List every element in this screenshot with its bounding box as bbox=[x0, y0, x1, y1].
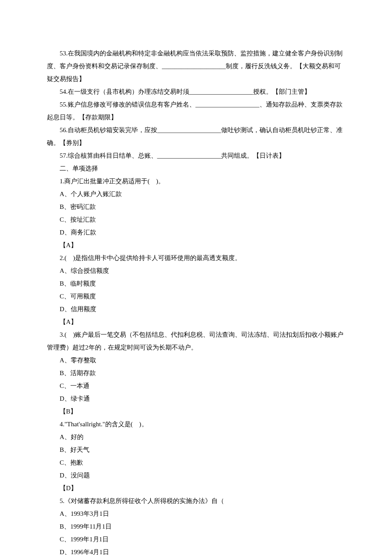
q2-opt-a: A、综合授信额度 bbox=[47, 264, 345, 277]
q5-opt-d: D、1996年4月1日 bbox=[47, 546, 345, 555]
q5-num: 5 bbox=[60, 497, 63, 504]
q4-opt-b: B、好天气 bbox=[47, 443, 345, 456]
fill-55: 55.账户信息修改可修改的错误信息有客户姓名、_________________… bbox=[47, 98, 345, 124]
q2-text: ( )是指信用卡中心提供给持卡人可循环使用的最高透支额度。 bbox=[64, 254, 241, 261]
q1-num: 1 bbox=[60, 178, 63, 185]
q4-opt-c: C、抱歉 bbox=[47, 456, 345, 469]
fill-56-num: 56 bbox=[60, 127, 66, 133]
q2-opt-b: B、临时额度 bbox=[47, 277, 345, 290]
q1-answer: 【A】 bbox=[47, 239, 345, 251]
q4-opt-a: A、好的 bbox=[47, 431, 345, 443]
q4-opt-d: D、没问题 bbox=[47, 469, 345, 482]
fill-53: 53.在我国境内的金融机构和特定非金融机构应当依法采取预防、监控措施，建立健全客… bbox=[47, 47, 345, 85]
q3-opt-a: A、零存整取 bbox=[47, 354, 345, 367]
q3-opt-d: D、绿卡通 bbox=[47, 392, 345, 405]
fill-55-text: 账户信息修改可修改的错误信息有客户姓名、____________________… bbox=[47, 101, 343, 121]
fill-54-text: 在一级支行（县市机构）办理冻结交易时须____________________授… bbox=[68, 88, 311, 95]
q2-num: 2 bbox=[60, 254, 63, 261]
fill-53-num: 53 bbox=[60, 50, 66, 57]
fill-56-text: 自动柜员机钞箱安装完毕，应按____________________做吐钞测试，… bbox=[47, 127, 343, 146]
fill-55-num: 55 bbox=[60, 101, 66, 108]
q1-opt-d: D、商务汇款 bbox=[47, 226, 345, 239]
fill-54-num: 54 bbox=[60, 88, 66, 95]
q5-opt-a: A、1993年3月1日 bbox=[47, 507, 345, 520]
q3-text: ( )账户最后一笔交易（不包括结息、代扣利息税、司法查询、司法冻结、司法扣划后扣… bbox=[47, 331, 343, 351]
q1-opt-c: C、按址汇款 bbox=[47, 213, 345, 226]
q2-stem: 2.( )是指信用卡中心提供给持卡人可循环使用的最高透支额度。 bbox=[47, 251, 345, 264]
q3-num: 3 bbox=[60, 331, 63, 338]
q1-stem: 1.商户汇出批量冲正交易适用于( )。 bbox=[47, 175, 345, 188]
q1-opt-a: A、个人账户入账汇款 bbox=[47, 188, 345, 200]
q4-answer: 【D】 bbox=[47, 482, 345, 494]
fill-56: 56.自动柜员机钞箱安装完毕，应按____________________做吐钞… bbox=[47, 124, 345, 149]
q2-opt-d: D、信用额度 bbox=[47, 303, 345, 315]
q5-stem: 5.《对储蓄存款利息所得征收个人所得税的实施办法》自（ bbox=[47, 494, 345, 507]
q4-text: "That'sallright."的含义是( )。 bbox=[64, 421, 147, 428]
fill-53-text: 在我国境内的金融机构和特定非金融机构应当依法采取预防、监控措施，建立健全客户身份… bbox=[47, 50, 343, 82]
fill-57: 57.综合核算由科目日结单、总账、____________________共同组… bbox=[47, 149, 345, 162]
q5-opt-c: C、1999年1月1日 bbox=[47, 533, 345, 546]
fill-57-num: 57 bbox=[60, 152, 66, 159]
q2-answer: 【A】 bbox=[47, 315, 345, 328]
q3-stem: 3.( )账户最后一笔交易（不包括结息、代扣利息税、司法查询、司法冻结、司法扣划… bbox=[47, 328, 345, 354]
q1-text: 商户汇出批量冲正交易适用于( )。 bbox=[64, 178, 164, 185]
fill-57-text: 综合核算由科目日结单、总账、____________________共同组成。【… bbox=[68, 152, 285, 159]
q3-opt-c: C、一本通 bbox=[47, 379, 345, 392]
q3-answer: 【B】 bbox=[47, 405, 345, 418]
q4-num: 4 bbox=[60, 421, 63, 428]
section-2-heading: 二、单项选择 bbox=[47, 162, 345, 175]
q5-text: 《对储蓄存款利息所得征收个人所得税的实施办法》自（ bbox=[64, 497, 224, 504]
q2-opt-c: C、可用额度 bbox=[47, 290, 345, 303]
q1-opt-b: B、密码汇款 bbox=[47, 200, 345, 213]
q3-opt-b: B、活期存款 bbox=[47, 367, 345, 379]
fill-54: 54.在一级支行（县市机构）办理冻结交易时须__________________… bbox=[47, 85, 345, 98]
q5-opt-b: B、1999年11月1日 bbox=[47, 520, 345, 533]
q4-stem: 4."That'sallright."的含义是( )。 bbox=[47, 418, 345, 431]
